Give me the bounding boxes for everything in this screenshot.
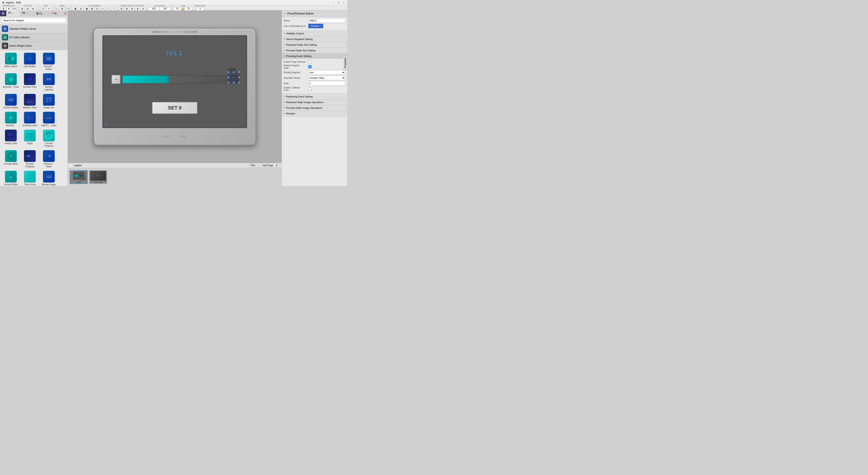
widget-circular-progress[interactable]: Circular Progress [40, 129, 58, 148]
xtools-btn2[interactable]: ⊕ [25, 7, 30, 11]
widget-slider-switch[interactable]: Slider Switch [2, 52, 20, 71]
align-left[interactable]: ◧ [73, 7, 78, 11]
minus-icon: − [115, 77, 117, 82]
properties-tab[interactable]: Properties [343, 56, 347, 70]
same-size[interactable]: ⊕ [130, 7, 135, 11]
align-center-v[interactable]: ⊡ [95, 7, 100, 11]
hmi-slider-track[interactable]: 75,75 [122, 75, 238, 84]
section-pressed-text: + Pressed State Text Setting [282, 48, 347, 53]
widget-generic-push[interactable]: Generic Push [21, 72, 39, 92]
filter-btn[interactable]: Filter [248, 164, 257, 168]
page-selector-checkbox[interactable] [308, 60, 311, 63]
widget-icon [24, 53, 36, 64]
widget-multiple-state[interactable]: Multiple State [21, 93, 39, 110]
callback-checkbox[interactable] [308, 87, 311, 90]
widget-scrolling-label[interactable]: T Scrolling Label [21, 111, 39, 128]
hmi-minus-button[interactable]: − [112, 75, 121, 84]
register-oper-checkbox[interactable] [308, 65, 311, 68]
close-button[interactable]: × [342, 1, 345, 4]
zoom-in-btn[interactable]: 🔍+ [65, 7, 70, 11]
sel-dot-tl [228, 71, 229, 73]
widget-generic-button[interactable]: Generic Button [2, 93, 20, 110]
page1-label: Page1 [76, 181, 82, 183]
upload-from-device[interactable]: ⬆ [6, 7, 11, 11]
pressing-event-header[interactable]: − Pressing Event Setting [282, 53, 347, 59]
minimize-button[interactable]: − [332, 1, 335, 4]
iot-gallery-item[interactable]: ⊞ IOT Gallery Minimal... [0, 33, 68, 41]
pressed-image-header[interactable]: + Pressed State Image Operations [282, 105, 347, 111]
connect-button[interactable]: Connect... [308, 24, 323, 28]
widget-digits[interactable]: 8 Digits [21, 129, 39, 148]
lock-icon[interactable]: 🔒 [181, 7, 184, 10]
widget-moment----push[interactable]: Moment... Push [2, 72, 20, 92]
stencil-header[interactable]: + Stencil Negative Setting [282, 36, 347, 42]
h-space[interactable]: ⊗ [135, 7, 140, 11]
widget-label: Bitmap Image [42, 183, 56, 186]
binding-register-select[interactable]: num var const [308, 70, 345, 75]
tab-cli[interactable]: 🖼Cli... [35, 10, 49, 16]
location-x[interactable] [149, 7, 159, 11]
size-w[interactable] [174, 7, 181, 11]
same-height[interactable]: ⊞ [124, 7, 129, 11]
pressed-text-header[interactable]: + Pressed State Text Setting [282, 48, 347, 53]
search-input[interactable] [1, 18, 66, 23]
rotation-value[interactable] [197, 7, 204, 11]
section-preview: + Preview [282, 111, 347, 117]
binding-register-row: Binding Register: num var const [284, 70, 345, 75]
canvas-viewport[interactable]: IVL1 − 75,75 [68, 10, 282, 163]
released-text-label: Released State Text Setting [286, 43, 317, 46]
tab-my[interactable]: My ... [21, 10, 35, 16]
fit-btn[interactable]: ⊞ [60, 7, 65, 11]
widget-touch-area[interactable]: Touch Area [21, 170, 39, 186]
zoom-out-btn[interactable]: 🔍− [54, 7, 59, 11]
widget-click-button[interactable]: Click Button [21, 52, 39, 71]
align-bottom[interactable]: ⊢ [100, 7, 105, 11]
align-top[interactable]: ⊠ [89, 7, 94, 11]
hmi-set-button[interactable]: SET 0 [152, 102, 197, 114]
distribute-v[interactable]: ⊤ [111, 7, 116, 11]
copy-btn[interactable]: ⎘ [41, 7, 46, 11]
visibility-header[interactable]: + Visibility Control [282, 31, 347, 36]
align-right[interactable]: ◨ [84, 7, 89, 11]
widget-generic-progress[interactable]: Generic Progress [21, 149, 39, 169]
tab-widget-icon[interactable]: ⊞ [0, 10, 6, 16]
released-text-header[interactable]: + Released State Text Setting [282, 42, 347, 48]
location-y[interactable] [160, 7, 170, 11]
xtools-btn1[interactable]: ⊞ [20, 7, 25, 11]
widget-date-ti----label[interactable]: 12:31 Date/Ti... Label [40, 111, 58, 128]
tab-wi2[interactable]: 📍Wi... [49, 10, 63, 16]
download-to-device[interactable]: ⬇ [1, 7, 6, 11]
widget-animati---[interactable]: Animati... [2, 111, 20, 128]
page-thumb-page1[interactable]: Page1 [70, 170, 88, 184]
tab-pin[interactable]: 📌 [63, 10, 68, 16]
released-image-header[interactable]: + Released State Image Operations [282, 99, 347, 105]
releasing-event-header[interactable]: + Releasing Event Setting [282, 94, 347, 99]
widget-vertical-slider[interactable]: Vertical Slider [2, 170, 20, 186]
distribute-h[interactable]: ⊣ [105, 7, 111, 11]
widget-image-label[interactable]: A Image Label [2, 129, 20, 148]
preview-header[interactable]: + Preview [282, 111, 347, 116]
widget-generic-latching[interactable]: Generic Latching [40, 72, 58, 92]
system-library-item[interactable]: ⊕ System Widget Library [0, 41, 68, 50]
widget-press-r----button[interactable]: Press/R... Button [40, 52, 58, 71]
widget-horizont----slider[interactable]: Horizont... Slider [40, 149, 58, 169]
align-center-h[interactable]: ⊟ [79, 7, 84, 11]
widget-image-list[interactable]: Image List [40, 93, 58, 110]
cut-btn[interactable]: ✂ [46, 7, 51, 11]
same-width[interactable]: ⊟ [119, 7, 124, 11]
code-view[interactable]: </> [12, 7, 17, 11]
size-h[interactable] [185, 7, 192, 11]
widget-icon [43, 171, 55, 182]
name-input[interactable] [308, 18, 345, 23]
maximize-button[interactable]: □ [337, 1, 340, 4]
v-space[interactable]: ⊘ [141, 7, 146, 11]
widget-bitmap-image[interactable]: Bitmap Image [40, 170, 58, 186]
operation-mode-select[interactable]: Increase Value Decrease Value Set Value [308, 76, 345, 80]
data-input[interactable] [308, 81, 345, 86]
hmi-bottom-line [163, 136, 186, 137]
page-thumb-ioconfig[interactable]: IO IOConfig [89, 170, 107, 184]
widget-circular-meter[interactable]: Circular Meter [2, 149, 20, 169]
xtools-btn3[interactable]: ⊗ [31, 7, 35, 11]
tab-wi[interactable]: Wi... [6, 10, 21, 16]
add-page-btn[interactable]: + Add Page... ▼ [259, 164, 280, 168]
